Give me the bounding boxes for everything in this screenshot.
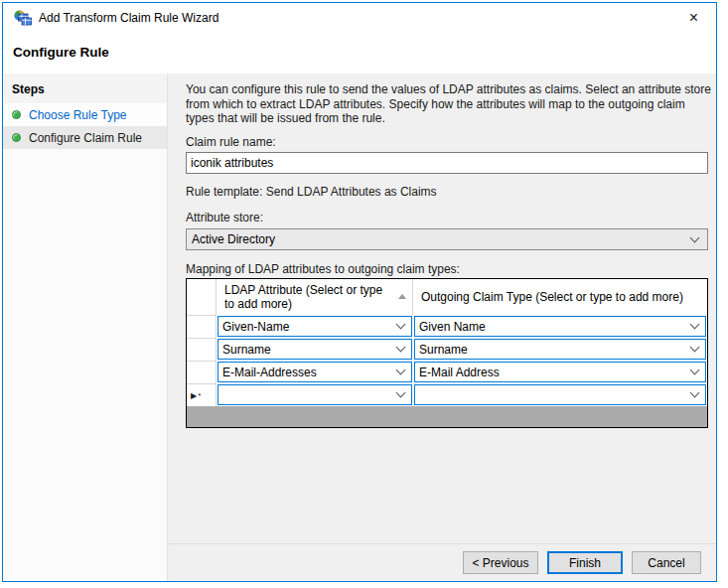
claim-rule-wizard-icon [14, 10, 32, 26]
ldap-mapping-table: LDAP Attribute (Select or type to add mo… [186, 278, 708, 428]
ldap-attribute-select[interactable]: Given-Name [218, 316, 412, 337]
row-header-cell[interactable] [187, 338, 217, 361]
step-label: Configure Claim Rule [29, 131, 142, 145]
rule-description: You can configure this rule to send the … [186, 82, 716, 126]
outgoing-claim-cell: Given Name [413, 315, 707, 338]
rule-template-text: Rule template: Send LDAP Attributes as C… [186, 185, 437, 199]
steps-header: Steps [3, 74, 167, 103]
ldap-attribute-select[interactable] [218, 384, 412, 405]
wizard-window: Add Transform Claim Rule Wizard × Config… [2, 2, 717, 582]
new-row-marker[interactable]: ▶* [187, 383, 217, 406]
outgoing-claim-select[interactable]: Surname [414, 339, 706, 360]
row-header-cell[interactable] [187, 315, 217, 338]
close-button[interactable]: × [671, 3, 716, 33]
table-empty-area [187, 406, 707, 427]
ldap-attribute-select[interactable]: Surname [218, 339, 412, 360]
chevron-down-icon [690, 343, 700, 353]
wizard-body: Steps Choose Rule Type Configure Claim R… [3, 74, 716, 581]
window-title: Add Transform Claim Rule Wizard [39, 11, 218, 25]
cell-value: Surname [419, 343, 468, 357]
column-header-ldap-attribute[interactable]: LDAP Attribute (Select or type to add mo… [217, 279, 413, 315]
step-completed-icon [12, 133, 21, 142]
close-icon: × [689, 10, 698, 26]
column-header-label: Outgoing Claim Type (Select or type to a… [421, 290, 683, 304]
sort-ascending-icon [398, 294, 406, 299]
row-header-cell[interactable] [187, 361, 217, 383]
page-title: Configure Rule [13, 45, 109, 60]
column-header-label: LDAP Attribute (Select or type to add mo… [224, 283, 394, 311]
chevron-down-icon [690, 320, 700, 330]
attribute-store-select[interactable]: Active Directory [186, 228, 708, 250]
column-header-outgoing-claim-type[interactable]: Outgoing Claim Type (Select or type to a… [413, 279, 707, 315]
title-bar: Add Transform Claim Rule Wizard × [3, 3, 716, 33]
attribute-store-value: Active Directory [192, 232, 275, 246]
previous-button[interactable]: < Previous [463, 551, 538, 574]
content-pane: You can configure this rule to send the … [168, 74, 716, 581]
outgoing-claim-select[interactable]: E-Mail Address [414, 362, 706, 382]
steps-panel: Steps Choose Rule Type Configure Claim R… [3, 74, 168, 581]
chevron-down-icon [690, 232, 700, 242]
chevron-down-icon [690, 366, 700, 375]
chevron-down-icon [690, 388, 700, 398]
outgoing-claim-select[interactable] [414, 384, 706, 405]
cell-value: E-Mail-Addresses [222, 366, 317, 379]
table-row: Surname Surname [187, 338, 707, 361]
ldap-attribute-cell [217, 383, 413, 406]
claim-rule-name-label: Claim rule name: [186, 135, 276, 149]
cell-value: Given-Name [222, 320, 289, 334]
table-header-row: LDAP Attribute (Select or type to add mo… [187, 279, 707, 315]
chevron-down-icon [396, 388, 406, 398]
step-completed-icon [12, 110, 21, 119]
step-label: Choose Rule Type [29, 108, 127, 122]
chevron-down-icon [396, 366, 406, 375]
table-row: Given-Name Given Name [187, 315, 707, 338]
cancel-button[interactable]: Cancel [632, 551, 701, 574]
new-row-marker-icon: ▶* [191, 391, 202, 400]
outgoing-claim-cell: Surname [413, 338, 707, 361]
table-row: E-Mail-Addresses E-Mail Address [187, 361, 707, 383]
footer-bar: < Previous Finish Cancel [168, 543, 716, 581]
cell-value: E-Mail Address [419, 366, 500, 379]
claim-rule-name-input[interactable] [186, 152, 708, 174]
chevron-down-icon [396, 343, 406, 353]
outgoing-claim-cell: E-Mail Address [413, 361, 707, 383]
step-choose-rule-type[interactable]: Choose Rule Type [3, 103, 167, 126]
ldap-attribute-cell: E-Mail-Addresses [217, 361, 413, 383]
ldap-attribute-select[interactable]: E-Mail-Addresses [218, 362, 412, 382]
table-corner-cell [187, 279, 217, 315]
chevron-down-icon [396, 320, 406, 330]
finish-button[interactable]: Finish [547, 551, 623, 574]
outgoing-claim-cell [413, 383, 707, 406]
cell-value: Surname [222, 343, 271, 357]
table-new-row: ▶* [187, 383, 707, 406]
ldap-attribute-cell: Surname [217, 338, 413, 361]
cell-value: Given Name [419, 320, 486, 334]
attribute-store-label: Attribute store: [186, 211, 263, 224]
outgoing-claim-select[interactable]: Given Name [414, 316, 706, 337]
step-configure-claim-rule[interactable]: Configure Claim Rule [3, 126, 167, 149]
ldap-attribute-cell: Given-Name [217, 315, 413, 338]
mapping-label: Mapping of LDAP attributes to outgoing c… [186, 262, 460, 276]
